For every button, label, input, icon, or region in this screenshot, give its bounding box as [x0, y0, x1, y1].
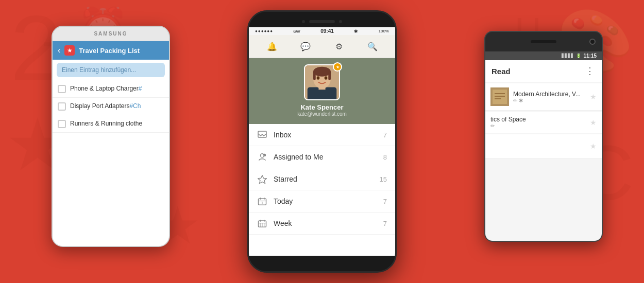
signal-dots: ●●●●●●	[255, 29, 273, 33]
svg-point-7	[317, 76, 320, 80]
messages-icon[interactable]: 💬	[298, 39, 313, 54]
menu-item-assigned[interactable]: + Assigned to Me 8	[249, 146, 395, 168]
samsung-header: ‹ ★ Travel Packing List	[53, 41, 169, 60]
phone-center-iphone: ●●●●●● 6W 09:41 ✱ 100% 🔔 💬 ⚙ 🔍	[247, 10, 397, 273]
profile-email: kate@wunderlist.com	[297, 111, 347, 117]
svg-rect-5	[313, 71, 316, 80]
add-item-input[interactable]: Einen Eintrag hinzufügen...	[57, 63, 165, 77]
samsung-back-button[interactable]: ‹	[58, 46, 60, 55]
menu-item-count: 15	[380, 175, 387, 183]
iphone-top-bar	[249, 12, 395, 27]
samsung-list-title: Travel Packing List	[79, 47, 140, 55]
list-item: Phone & Laptop Charger#	[53, 80, 169, 98]
status-bar: ●●●●●● 6W 09:41 ✱ 100%	[249, 27, 395, 35]
item-checkbox[interactable]	[58, 102, 66, 111]
htc-header: Read ⋮	[485, 60, 602, 82]
list-item[interactable]: ★	[485, 134, 602, 158]
item-subtitle: ✏	[490, 123, 586, 129]
settings-icon[interactable]: ⚙	[332, 39, 346, 54]
iphone-speaker	[309, 20, 335, 23]
signal-icon: ▋▋▋▋	[562, 54, 574, 58]
spacer	[560, 39, 596, 45]
inbox-icon	[257, 130, 267, 140]
menu-item-inbox[interactable]: Inbox 7	[249, 124, 395, 146]
iphone-bottom-bar	[249, 256, 395, 271]
list-item: Display Port Adapters#Ch	[53, 98, 169, 115]
item-title: tics of Space	[490, 116, 586, 123]
notifications-icon[interactable]: 🔔	[265, 39, 279, 54]
menu-item-count: 7	[383, 220, 387, 227]
svg-text:+: +	[263, 154, 265, 157]
svg-point-8	[325, 76, 328, 80]
star-icon[interactable]: ★	[590, 142, 597, 150]
network-label: 6W	[293, 29, 300, 34]
more-options-icon[interactable]: ⋮	[585, 65, 596, 77]
item-content	[490, 138, 586, 154]
menu-item-count: 8	[383, 153, 387, 161]
item-subtitle: ✏ ✱	[513, 98, 586, 103]
menu-item-label: Starred	[274, 175, 374, 183]
item-checkbox[interactable]	[58, 85, 66, 93]
phone-left-samsung: SAMSUNG ‹ ★ Travel Packing List Einen Ei…	[52, 26, 170, 247]
star-icon[interactable]: ★	[590, 93, 597, 101]
samsung-brand-text: SAMSUNG	[94, 31, 127, 37]
bluetooth-icon: ✱	[354, 29, 358, 34]
assigned-icon: +	[257, 152, 267, 162]
item-text: Runners & Running clothe	[70, 119, 142, 128]
time-display: 11:15	[583, 53, 597, 59]
menu-item-week[interactable]: Week 7	[249, 213, 395, 235]
nav-bar: 🔔 💬 ⚙ 🔍	[249, 35, 395, 58]
iphone-screen: ●●●●●● 6W 09:41 ✱ 100% 🔔 💬 ⚙ 🔍	[249, 27, 395, 256]
menu-item-label: Today	[274, 197, 377, 205]
menu-item-label: Inbox	[274, 131, 377, 139]
htc-list-title: Read	[492, 67, 511, 76]
item-checkbox[interactable]	[58, 120, 66, 128]
svg-rect-27	[493, 90, 507, 104]
list-item: Runners & Running clothe	[53, 115, 169, 133]
item-text: Display Port Adapters#Ch	[70, 102, 141, 111]
menu-item-today[interactable]: T Today 7	[249, 190, 395, 213]
item-content: Modern Architecture, V... ✏ ✱	[513, 91, 586, 103]
menu-item-starred[interactable]: Starred 15	[249, 168, 395, 190]
profile-name: Kate Spencer	[300, 103, 343, 111]
htc-status-bar: ▋▋▋▋ 🔋 11:15	[485, 51, 602, 60]
menu-item-count: 7	[383, 131, 387, 139]
battery-icon: 🔋	[576, 54, 581, 58]
premium-badge: ★	[333, 62, 342, 72]
htc-top-bar	[485, 32, 602, 51]
app-logo: ★	[64, 45, 75, 56]
menu-item-label: Week	[274, 219, 377, 227]
samsung-brand: SAMSUNG	[53, 27, 169, 41]
list-item[interactable]: tics of Space ✏ ★	[485, 112, 602, 133]
week-icon	[257, 218, 267, 228]
time-display: 09:41	[320, 28, 334, 34]
iphone-dot	[302, 20, 305, 23]
iphone-dot	[339, 20, 342, 23]
htc-screen: ▋▋▋▋ 🔋 11:15 Read ⋮	[485, 51, 602, 241]
samsung-screen: ‹ ★ Travel Packing List Einen Eintrag hi…	[53, 41, 169, 246]
svg-rect-6	[328, 71, 331, 80]
starred-icon	[257, 174, 267, 184]
today-icon: T	[257, 196, 267, 206]
svg-point-4	[313, 67, 331, 77]
svg-marker-13	[258, 175, 267, 183]
item-title: Modern Architecture, V...	[513, 91, 586, 98]
phone-right-htc: ▋▋▋▋ 🔋 11:15 Read ⋮	[484, 31, 603, 242]
svg-text:T: T	[261, 201, 263, 204]
book-thumbnail	[490, 87, 509, 106]
menu-item-label: Assigned to Me	[274, 153, 377, 161]
avatar-wrapper: ★	[304, 64, 340, 100]
search-icon[interactable]: 🔍	[365, 39, 380, 54]
main-menu: Inbox 7 + Assigned to Me 8	[249, 124, 395, 235]
item-text: Phone & Laptop Charger#	[70, 84, 142, 93]
logo-star: ★	[67, 47, 73, 54]
profile-section: ★ Kate Spencer kate@wunderlist.com	[249, 58, 395, 124]
star-icon[interactable]: ★	[590, 118, 597, 127]
htc-speaker	[531, 40, 556, 43]
list-item[interactable]: Modern Architecture, V... ✏ ✱ ★	[485, 83, 602, 111]
menu-item-count: 7	[383, 198, 387, 205]
htc-camera	[589, 39, 596, 45]
battery-status: 100%	[379, 29, 389, 33]
